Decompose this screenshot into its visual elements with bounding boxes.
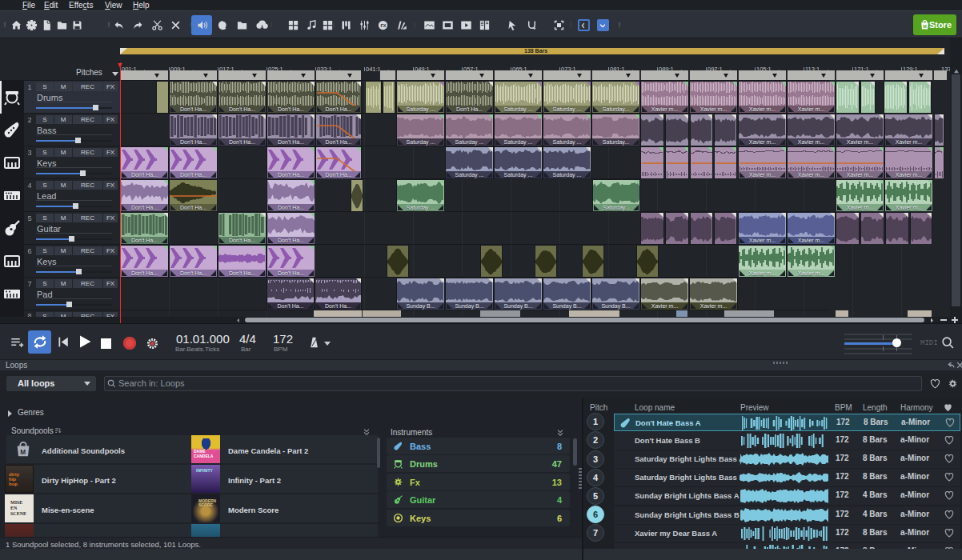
svg-text:M: M	[923, 24, 927, 29]
svg-text:M: M	[20, 449, 26, 456]
svg-text:FX: FX	[380, 23, 386, 28]
